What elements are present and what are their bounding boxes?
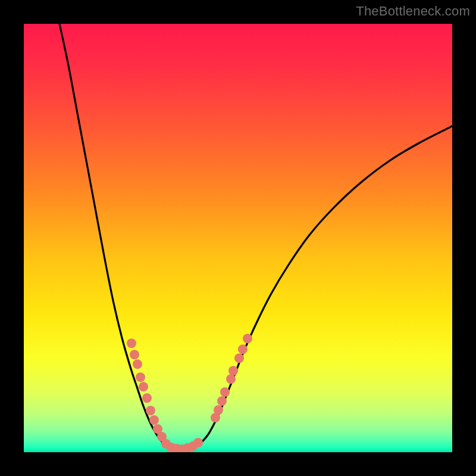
marker-dot xyxy=(217,396,227,406)
marker-dot xyxy=(146,406,155,415)
bottleneck-curve xyxy=(60,24,452,450)
plot-area xyxy=(24,24,452,452)
chart-svg xyxy=(24,24,452,452)
marker-dot xyxy=(136,372,145,382)
marker-dot xyxy=(127,339,136,348)
marker-dot xyxy=(226,374,236,384)
marker-dot xyxy=(214,405,223,415)
marker-dot xyxy=(234,353,244,363)
watermark-text: TheBottleneck.com xyxy=(356,4,470,19)
outer-frame: TheBottleneck.com xyxy=(0,0,476,476)
marker-dot xyxy=(133,359,142,369)
marker-dot xyxy=(130,350,139,359)
marker-dot xyxy=(228,366,238,375)
marker-dot xyxy=(142,393,152,403)
marker-dot xyxy=(220,387,230,397)
marker-dot xyxy=(238,345,248,354)
marker-dot xyxy=(193,438,203,447)
marker-dot xyxy=(149,415,159,425)
marker-dot xyxy=(243,334,252,343)
data-markers xyxy=(127,334,252,452)
marker-dot xyxy=(139,382,148,392)
